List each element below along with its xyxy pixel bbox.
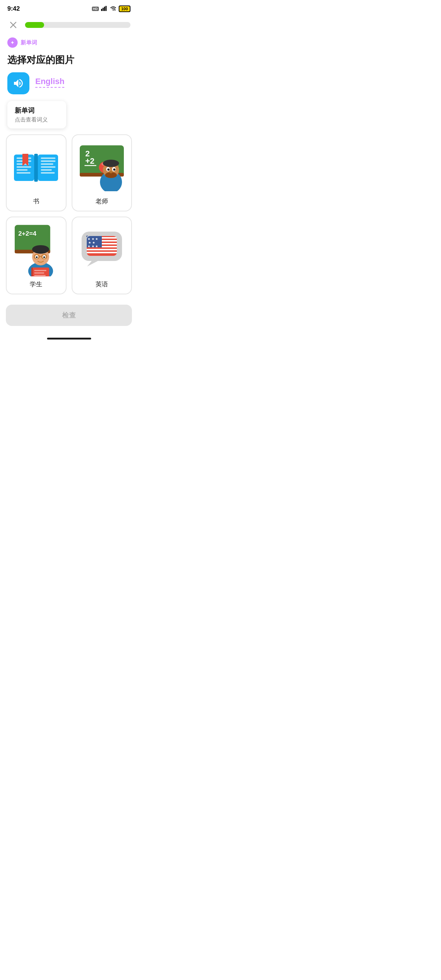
- battery-badge: 100: [119, 5, 131, 12]
- signal-icon: [101, 6, 108, 12]
- check-button[interactable]: 检查: [6, 305, 132, 326]
- svg-text:2+2=4: 2+2=4: [18, 230, 37, 237]
- cards-grid: 书 2 +2: [0, 134, 138, 294]
- svg-text:6: 6: [114, 8, 115, 11]
- svg-rect-17: [41, 161, 56, 162]
- word-label[interactable]: English: [35, 77, 64, 88]
- check-button-area: 检查: [0, 300, 138, 335]
- card-book[interactable]: 书: [6, 134, 67, 212]
- hd-badge: HD: [92, 6, 99, 11]
- card-book-image: [11, 141, 61, 193]
- svg-point-52: [43, 256, 45, 258]
- status-bar: 9:42 HD 6 100: [0, 0, 138, 16]
- card-teacher-label: 老师: [96, 197, 108, 205]
- svg-rect-1: [102, 8, 104, 11]
- svg-rect-66: [86, 252, 117, 253]
- progress-area: [0, 16, 138, 35]
- badge-text: 新单词: [21, 39, 37, 46]
- svg-rect-65: [86, 249, 117, 250]
- svg-rect-18: [41, 163, 53, 165]
- svg-text:★ ★ ★: ★ ★ ★: [88, 245, 98, 248]
- audio-button[interactable]: [7, 72, 29, 94]
- svg-rect-54: [32, 267, 33, 276]
- progress-bar: [25, 22, 131, 28]
- svg-rect-14: [16, 169, 27, 171]
- svg-rect-0: [101, 9, 102, 11]
- card-english[interactable]: ★ ★ ★ ★ ★ ★ ★ ★ 英语: [72, 216, 132, 294]
- svg-point-4: [112, 10, 113, 11]
- card-book-label: 书: [33, 197, 39, 205]
- svg-rect-20: [41, 169, 52, 171]
- svg-rect-3: [105, 6, 107, 11]
- svg-rect-19: [41, 166, 56, 168]
- badge-icon: ✦: [7, 37, 18, 48]
- card-student-label: 学生: [30, 280, 42, 288]
- svg-point-39: [110, 171, 112, 173]
- wifi-icon: 6: [110, 6, 117, 12]
- svg-rect-13: [16, 166, 31, 168]
- main-title: 选择对应的图片: [0, 51, 138, 72]
- svg-rect-22: [34, 154, 38, 182]
- svg-point-37: [113, 169, 115, 171]
- svg-rect-15: [16, 172, 30, 173]
- card-teacher-image: 2 +2: [77, 141, 127, 193]
- svg-rect-2: [104, 6, 105, 11]
- card-teacher[interactable]: 2 +2: [72, 134, 132, 212]
- svg-rect-57: [34, 275, 46, 276]
- svg-point-33: [103, 160, 119, 167]
- svg-point-36: [107, 169, 110, 171]
- svg-rect-56: [34, 272, 44, 274]
- card-student[interactable]: 2+2=4: [6, 216, 67, 294]
- tooltip-subtitle: 点击查看词义: [15, 116, 59, 123]
- status-icons: HD 6 100: [92, 5, 131, 12]
- progress-bar-fill: [25, 22, 44, 28]
- tooltip-title: 新单词: [15, 106, 59, 115]
- svg-point-45: [32, 245, 49, 254]
- svg-rect-55: [34, 270, 46, 271]
- card-english-image: ★ ★ ★ ★ ★ ★ ★ ★: [77, 223, 127, 276]
- home-bar: [47, 338, 91, 339]
- new-word-badge: ✦ 新单词: [0, 35, 138, 51]
- close-button[interactable]: [7, 19, 19, 31]
- svg-point-51: [36, 256, 38, 258]
- card-student-image: 2+2=4: [11, 223, 61, 276]
- tooltip[interactable]: 新单词 点击查看词义: [7, 101, 66, 129]
- svg-text:+2: +2: [85, 156, 94, 165]
- card-english-label: 英语: [96, 280, 108, 288]
- status-time: 9:42: [7, 5, 20, 13]
- svg-text:★ ★: ★ ★: [88, 241, 95, 245]
- home-indicator: [0, 335, 138, 342]
- svg-text:★ ★ ★: ★ ★ ★: [88, 237, 98, 241]
- svg-rect-21: [41, 172, 55, 173]
- word-area: English: [0, 72, 138, 94]
- svg-rect-16: [41, 158, 56, 159]
